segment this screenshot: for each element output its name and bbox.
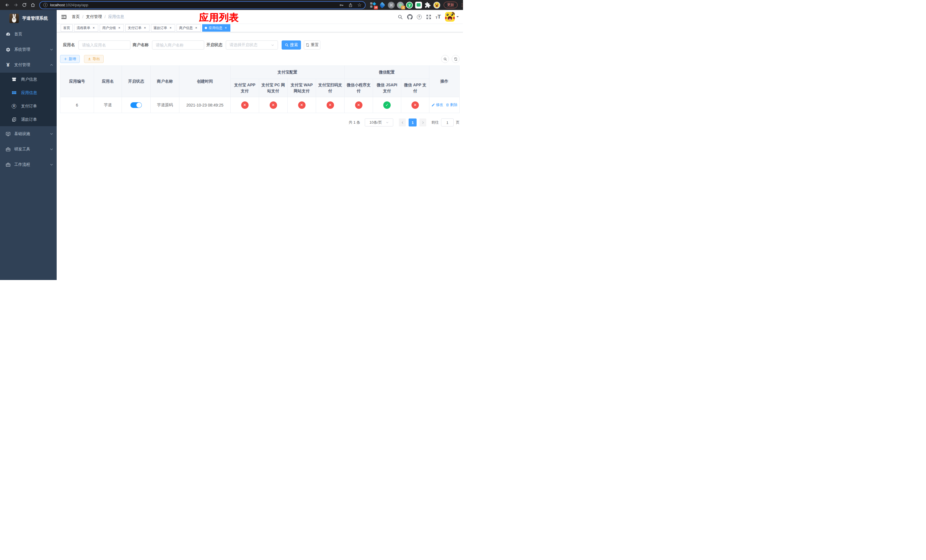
search-button[interactable]: 搜索 xyxy=(281,41,301,50)
ext-apps-icon[interactable]: 10 xyxy=(369,2,377,9)
tab-app-info[interactable]: 应用信息 xyxy=(202,24,230,32)
column-header-alipay-qr: 支付宝扫码支付 xyxy=(316,79,345,97)
column-header-wx-mini: 微信小程序支付 xyxy=(345,79,373,97)
ext-kite-icon[interactable] xyxy=(379,2,386,9)
delete-button[interactable]: 删除 xyxy=(446,102,458,107)
font-size-icon[interactable] xyxy=(436,14,441,20)
user-avatar[interactable] xyxy=(445,12,455,22)
total-count: 共 1 条 xyxy=(349,120,360,125)
refresh-table-button[interactable] xyxy=(452,55,460,63)
column-header-name: 应用名 xyxy=(94,66,122,97)
sidebar-collapse-icon[interactable] xyxy=(61,14,67,20)
close-icon[interactable] xyxy=(143,26,147,30)
merchant-name-input[interactable] xyxy=(152,41,204,50)
add-button[interactable]: 新增 xyxy=(60,55,80,63)
app-name-input[interactable] xyxy=(78,41,130,50)
tab-user-group[interactable]: 用户分组 xyxy=(100,24,124,32)
sidebar-item-pay-order[interactable]: 支付订单 xyxy=(0,100,57,113)
ext-profile-icon[interactable]: 1 xyxy=(397,2,404,9)
sidebar-item-label: 退款订单 xyxy=(21,117,37,122)
enabled-toggle[interactable] xyxy=(130,102,142,108)
next-page-button[interactable] xyxy=(419,118,426,127)
goto-page-input[interactable] xyxy=(441,118,454,127)
table-row: 6 芋道 芋道源码 2021-10-23 08:49:25 xyxy=(61,97,460,113)
tab-process-form[interactable]: 流程表单 xyxy=(74,24,98,32)
breadcrumb-home[interactable]: 首页 xyxy=(72,14,80,20)
annotation-title: 应用列表 xyxy=(199,11,239,24)
page-size-select[interactable]: 10条/页 xyxy=(365,118,393,127)
breadcrumb-section[interactable]: 支付管理 xyxy=(86,14,102,20)
close-icon[interactable] xyxy=(169,26,172,30)
sidebar-item-merchant-info[interactable]: 商户信息 xyxy=(0,73,57,86)
top-navbar: 首页 / 支付管理 / 应用信息 xyxy=(57,10,463,24)
cell-app-name: 芋道 xyxy=(94,97,122,113)
app-name-label: 应用名 xyxy=(63,42,75,48)
sidebar-item-dev-tools[interactable]: 研发工具 xyxy=(0,142,57,157)
header-search-icon[interactable] xyxy=(398,14,403,20)
sidebar-item-system[interactable]: 系统管理 xyxy=(0,42,57,57)
chevron-right-icon xyxy=(421,121,425,124)
github-icon[interactable] xyxy=(407,14,413,20)
fullscreen-icon[interactable] xyxy=(426,14,431,20)
close-icon[interactable] xyxy=(117,26,121,30)
ext-badge: 10 xyxy=(374,6,378,9)
export-button[interactable]: 导出 xyxy=(84,55,104,63)
share-icon[interactable] xyxy=(348,3,353,8)
merchant-name-label: 商户名称 xyxy=(133,42,149,48)
breadcrumb-separator: / xyxy=(82,15,83,19)
extensions-puzzle-icon[interactable] xyxy=(424,2,431,9)
cell-merchant-name: 芋道源码 xyxy=(151,97,179,113)
ext-emoji-icon[interactable] xyxy=(433,2,440,9)
sidebar-item-infrastructure[interactable]: 基础设施 xyxy=(0,126,57,142)
back-arrow-icon xyxy=(5,3,10,8)
browser-forward-button[interactable] xyxy=(11,1,20,9)
password-key-icon[interactable] xyxy=(339,3,344,8)
gear-icon xyxy=(5,47,11,52)
close-icon[interactable] xyxy=(224,26,228,30)
ext-yuque-icon[interactable] xyxy=(406,2,413,9)
filter-form: 应用名 商户名称 开启状态 请选择开启状态 搜索 重置 xyxy=(63,41,460,50)
alipay-wap-status-icon xyxy=(298,101,306,109)
sidebar-item-refund-order[interactable]: 退款订单 xyxy=(0,113,57,126)
status-label: 开启状态 xyxy=(206,42,222,48)
edit-pencil-icon xyxy=(431,103,435,107)
column-header-alipay-pc: 支付宝 PC 网站支付 xyxy=(259,79,287,97)
toggle-search-button[interactable] xyxy=(441,55,449,63)
edit-button[interactable]: 修改 xyxy=(431,102,443,107)
browser-home-button[interactable] xyxy=(29,1,37,9)
prev-page-button[interactable] xyxy=(399,118,406,127)
ext-command-icon[interactable] xyxy=(388,2,395,9)
sidebar-item-workflow[interactable]: 工作流程 xyxy=(0,157,57,173)
browser-back-button[interactable] xyxy=(3,1,11,9)
site-info-icon[interactable] xyxy=(43,3,48,7)
help-icon[interactable] xyxy=(417,15,422,20)
close-icon[interactable] xyxy=(92,26,96,30)
current-page-button[interactable]: 1 xyxy=(409,118,416,127)
monitor-chart-icon xyxy=(5,132,11,136)
tab-merchant-info[interactable]: 商户信息 xyxy=(177,24,201,32)
browser-update-button[interactable]: 更新 xyxy=(443,2,458,8)
chevron-left-icon xyxy=(401,121,404,124)
tab-home[interactable]: 首页 xyxy=(61,24,73,32)
app-logo-row[interactable]: 芋道管理系统 xyxy=(0,10,57,26)
user-menu-caret-icon[interactable] xyxy=(457,16,459,18)
reload-icon xyxy=(22,3,27,8)
address-bar[interactable]: localhost:1024/pay/app xyxy=(39,1,366,9)
bookmark-star-icon[interactable] xyxy=(357,3,362,8)
app-title: 芋道管理系统 xyxy=(22,16,48,21)
sidebar-item-home[interactable]: 首页 xyxy=(0,26,57,42)
sidebar-item-label: 支付管理 xyxy=(14,62,30,68)
sidebar-item-app-info[interactable]: 应用信息 xyxy=(0,86,57,100)
chevron-down-icon xyxy=(50,148,53,151)
sidebar-item-payment[interactable]: 支付管理 xyxy=(0,57,57,73)
reset-button[interactable]: 重置 xyxy=(304,41,320,50)
close-icon[interactable] xyxy=(194,26,198,30)
browser-menu-icon[interactable] xyxy=(460,3,463,8)
grid-icon xyxy=(11,90,17,95)
tab-refund-order[interactable]: 退款订单 xyxy=(151,24,175,32)
browser-reload-button[interactable] xyxy=(20,1,29,9)
status-select[interactable]: 请选择开启状态 xyxy=(226,41,278,50)
payment-submenu: 商户信息 应用信息 支付订单 退款订单 xyxy=(0,73,57,126)
ext-chat-icon[interactable] xyxy=(415,2,422,9)
tab-pay-order[interactable]: 支付订单 xyxy=(125,24,150,32)
